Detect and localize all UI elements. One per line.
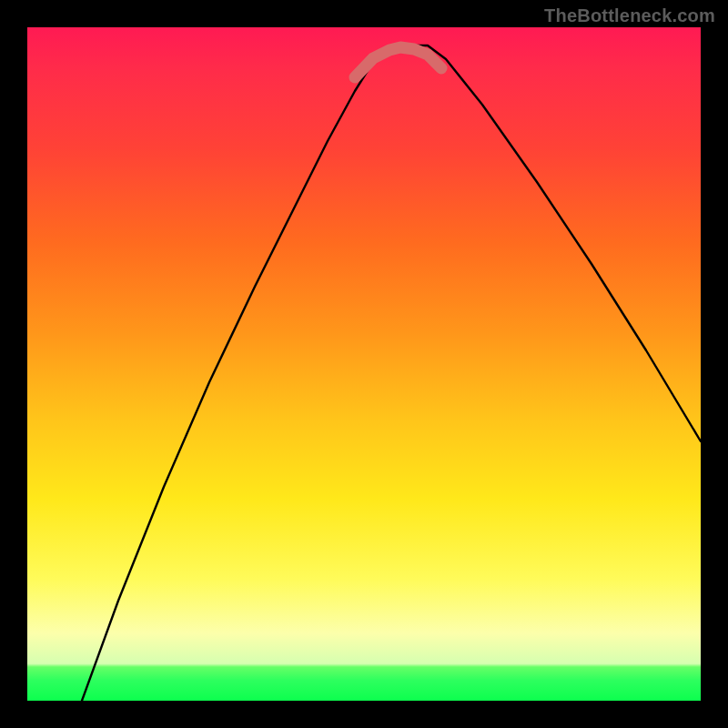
plot-area	[27, 27, 701, 701]
bottleneck-curve	[82, 46, 701, 701]
chart-frame: TheBottleneck.com	[0, 0, 728, 728]
plot-svg	[27, 27, 701, 701]
valley-band	[355, 47, 441, 77]
watermark-text: TheBottleneck.com	[544, 5, 715, 26]
